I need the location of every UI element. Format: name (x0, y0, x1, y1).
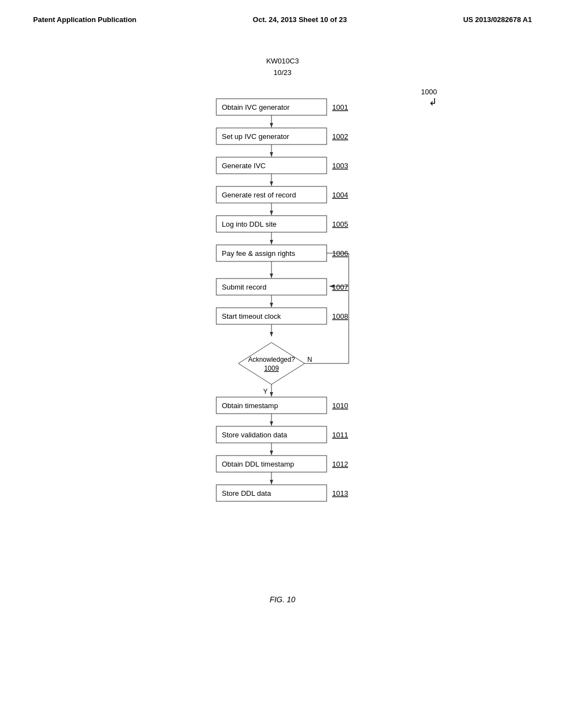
num-1011: 1011 (332, 431, 348, 439)
label-1007: Submit record (222, 283, 266, 291)
num-1002: 1002 (332, 132, 348, 141)
label-1001: Obtain IVC generator (222, 103, 290, 111)
label-1011: Store validation data (222, 431, 287, 439)
header-left: Patent Application Publication (33, 15, 136, 24)
label-1004: Generate rest of record (222, 191, 296, 199)
num-1003: 1003 (332, 162, 348, 170)
label-1013: Store DDL data (222, 489, 271, 497)
num-1001: 1001 (332, 103, 348, 111)
num-1005: 1005 (332, 220, 348, 228)
label-1008: Start timeout clock (222, 312, 281, 320)
diamond-1009 (238, 342, 305, 384)
label-1005: Log into DDL site (222, 220, 276, 228)
num-1008: 1008 (332, 312, 348, 320)
fig-label: FIG. 10 (270, 595, 296, 604)
ref-number: 1000 ↲ (421, 88, 437, 108)
flowchart-svg: Obtain IVC generator 1001 Set up IVC gen… (172, 93, 393, 579)
diagram-container: KW010C3 10/23 1000 ↲ Obtain IVC generato… (0, 57, 565, 604)
num-1013: 1013 (332, 489, 348, 497)
label-1010: Obtain timestamp (222, 402, 278, 410)
page-header: Patent Application Publication Oct. 24, … (0, 0, 565, 24)
n-label: N (307, 356, 312, 363)
num-1004: 1004 (332, 191, 348, 199)
flowchart-wrapper: 1000 ↲ Obtain IVC generator 1001 Set up … (172, 93, 393, 579)
y-label: Y (263, 388, 268, 395)
num-1012: 1012 (332, 460, 348, 468)
num-1007: 1007 (332, 283, 348, 291)
label-1003: Generate IVC (222, 162, 266, 170)
header-right: US 2013/0282678 A1 (463, 15, 532, 24)
label-1009-line1: Acknowledged? (248, 356, 295, 363)
label-1012: Obtain DDL timestamp (222, 460, 294, 468)
diagram-id-label: KW010C3 (266, 57, 299, 65)
diagram-sheet-label: 10/23 (274, 68, 292, 77)
label-1002: Set up IVC generator (222, 132, 290, 141)
label-1006: Pay fee & assign rights (222, 249, 295, 258)
header-center: Oct. 24, 2013 Sheet 10 of 23 (253, 15, 347, 24)
num-1010: 1010 (332, 402, 348, 410)
label-1009-line2: 1009 (264, 365, 279, 372)
